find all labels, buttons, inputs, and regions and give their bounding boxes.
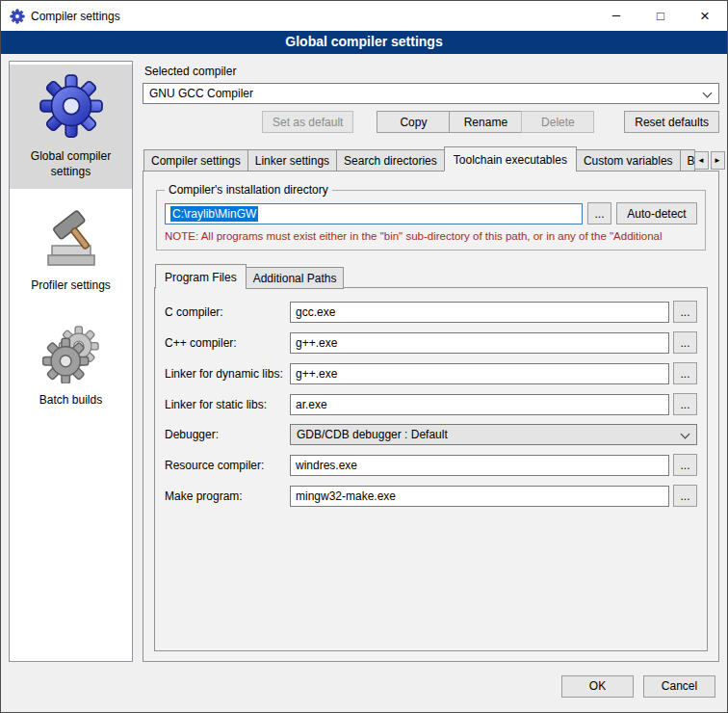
minimize-button[interactable]: – [594, 1, 638, 31]
selected-compiler-label: Selected compiler [144, 65, 719, 78]
cpp-compiler-input[interactable]: g++.exe [290, 332, 669, 354]
debugger-select-value: GDB/CDB debugger : Default [297, 428, 448, 441]
sidebar-item-profiler-settings[interactable]: Profiler settings [10, 201, 132, 304]
profiler-hammer-icon [43, 209, 99, 272]
compiler-buttons: Set as default Copy Rename Delete Reset … [143, 111, 719, 133]
dialog-body: Global compiler settings Profiler settin… [1, 54, 727, 666]
field-row-make-program: Make program: mingw32-make.exe ... [165, 485, 697, 507]
tab-scroll-left-icon[interactable]: ◄ [694, 151, 709, 170]
dialog-footer: OK Cancel [1, 666, 727, 712]
tab-program-files[interactable]: Program Files [155, 264, 247, 289]
gear-icon [38, 72, 105, 143]
install-dir-browse-button[interactable]: ... [587, 202, 611, 224]
compiler-select-value: GNU GCC Compiler [149, 87, 253, 100]
static-linker-browse-button[interactable]: ... [673, 393, 697, 415]
field-label: Debugger: [165, 428, 290, 441]
install-dir-selected-text: C:\raylib\MinGW [170, 206, 258, 222]
maximize-button[interactable]: □ [638, 1, 683, 31]
field-row-cpp-compiler: C++ compiler: g++.exe ... [165, 331, 697, 354]
installation-directory-legend: Compiler's installation directory [165, 183, 332, 197]
field-value: mingw32-make.exe [296, 489, 396, 503]
field-value: g++.exe [296, 336, 337, 350]
toolchain-executables-page: Compiler's installation directory C:\ray… [143, 171, 719, 662]
window-title: Compiler settings [31, 10, 120, 23]
field-row-c-compiler: C compiler: gcc.exe ... [165, 301, 697, 323]
copy-button[interactable]: Copy [377, 111, 450, 133]
dynamic-linker-browse-button[interactable]: ... [673, 362, 697, 384]
field-row-static-linker: Linker for static libs: ar.exe ... [165, 393, 697, 415]
installation-directory-row: C:\raylib\MinGW ... Auto-detect [165, 202, 697, 224]
set-as-default-button[interactable]: Set as default [262, 111, 353, 133]
field-label: C++ compiler: [165, 336, 290, 350]
field-row-debugger: Debugger: GDB/CDB debugger : Default [165, 424, 697, 445]
compiler-select[interactable]: GNU GCC Compiler [143, 83, 719, 104]
program-files-page: C compiler: gcc.exe ... C++ compiler: g+… [154, 287, 708, 651]
tab-additional-paths[interactable]: Additional Paths [246, 267, 345, 289]
tab-custom-variables[interactable]: Custom variables [576, 149, 681, 172]
window-controls: – □ × [594, 1, 727, 31]
sidebar-item-label: Global compiler settings [13, 149, 129, 179]
compiler-settings-dialog: Compiler settings – □ × Global compiler … [0, 0, 728, 713]
ok-button[interactable]: OK [561, 675, 634, 698]
app-gear-icon [10, 9, 25, 24]
delete-button[interactable]: Delete [521, 111, 594, 133]
field-label: Linker for static libs: [165, 398, 290, 411]
c-compiler-input[interactable]: gcc.exe [290, 302, 669, 323]
static-linker-input[interactable]: ar.exe [290, 394, 669, 415]
program-tabs: Program Files Additional Paths [154, 264, 708, 289]
tab-build-options[interactable]: Buil [680, 149, 695, 172]
tab-search-directories[interactable]: Search directories [336, 149, 445, 172]
field-value: windres.exe [296, 459, 357, 472]
resource-compiler-browse-button[interactable]: ... [673, 454, 697, 476]
field-label: Linker for dynamic libs: [165, 367, 290, 381]
page-title: Global compiler settings [1, 31, 727, 54]
close-button[interactable]: × [683, 1, 727, 31]
field-label: Make program: [165, 489, 290, 503]
titlebar[interactable]: Compiler settings – □ × [1, 1, 727, 31]
field-label: C compiler: [165, 305, 290, 319]
autodetect-button[interactable]: Auto-detect [616, 202, 697, 224]
install-dir-input[interactable]: C:\raylib\MinGW [165, 203, 583, 224]
field-row-resource-compiler: Resource compiler: windres.exe ... [165, 454, 697, 476]
resource-compiler-input[interactable]: windres.exe [290, 455, 669, 476]
chevron-down-icon [703, 89, 713, 98]
rename-button[interactable]: Rename [449, 111, 522, 133]
tab-linker-settings[interactable]: Linker settings [247, 149, 337, 172]
bin-subdirectory-note: NOTE: All programs must exist either in … [165, 230, 697, 242]
installation-directory-group: Compiler's installation directory C:\ray… [156, 183, 706, 251]
sidebar-item-label: Batch builds [39, 393, 102, 409]
field-value: g++.exe [296, 367, 337, 381]
sidebar-item-label: Profiler settings [31, 278, 111, 294]
tab-toolchain-executables[interactable]: Toolchain executables [444, 146, 577, 172]
field-label: Resource compiler: [165, 459, 290, 472]
debugger-select[interactable]: GDB/CDB debugger : Default [290, 424, 697, 445]
reset-defaults-button[interactable]: Reset defaults [624, 111, 719, 133]
tab-scroll-right-icon[interactable]: ► [711, 151, 725, 170]
sidebar-item-global-compiler-settings[interactable]: Global compiler settings [10, 65, 132, 189]
field-value: gcc.exe [296, 305, 335, 319]
tab-scroll-buttons: ◄ ► [694, 151, 725, 170]
tab-compiler-settings[interactable]: Compiler settings [143, 149, 248, 172]
settings-sidebar: Global compiler settings Profiler settin… [9, 61, 133, 662]
dynamic-linker-input[interactable]: g++.exe [290, 363, 669, 384]
settings-tabs: Compiler settings Linker settings Search… [143, 146, 719, 172]
c-compiler-browse-button[interactable]: ... [673, 301, 697, 323]
main-panel: Selected compiler GNU GCC Compiler Set a… [143, 61, 719, 662]
make-program-input[interactable]: mingw32-make.exe [290, 486, 669, 507]
sidebar-item-batch-builds[interactable]: Batch builds [10, 316, 132, 418]
chevron-down-icon [681, 430, 690, 439]
cpp-compiler-browse-button[interactable]: ... [673, 331, 697, 354]
field-row-dynamic-linker: Linker for dynamic libs: g++.exe ... [165, 362, 697, 384]
make-program-browse-button[interactable]: ... [673, 485, 697, 507]
cancel-button[interactable]: Cancel [643, 675, 715, 698]
batch-gears-icon [41, 324, 101, 386]
field-value: ar.exe [296, 398, 327, 411]
